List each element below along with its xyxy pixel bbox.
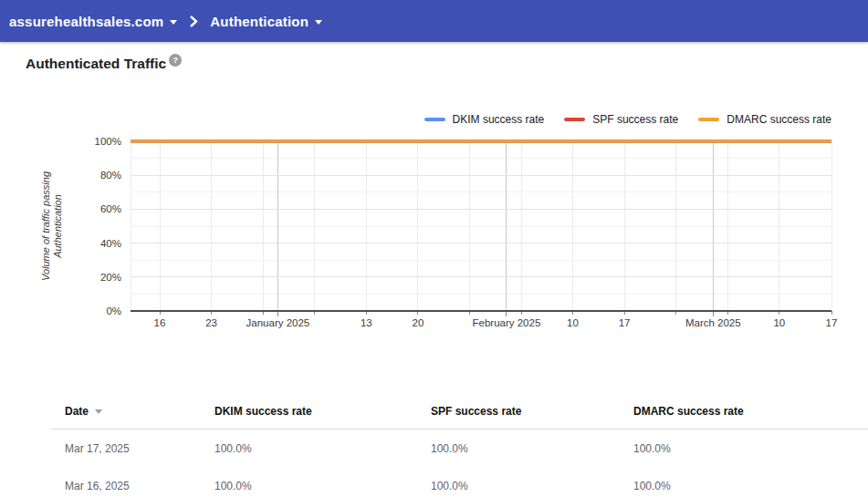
table-row: Mar 16, 2025100.0%100.0%100.0% xyxy=(51,467,868,497)
svg-text:23: 23 xyxy=(205,317,217,328)
title-row: Authenticated Traffic ? xyxy=(26,56,182,72)
auth-rate-table: DateDKIM success rateSPF success rateDMA… xyxy=(51,393,868,497)
svg-text:20: 20 xyxy=(413,317,424,328)
svg-text:10: 10 xyxy=(773,317,785,328)
help-icon[interactable]: ? xyxy=(169,54,182,67)
table-cell: 100.0% xyxy=(633,442,868,455)
svg-text:40%: 40% xyxy=(100,238,121,249)
svg-text:80%: 80% xyxy=(100,170,121,181)
table-cell: 100.0% xyxy=(633,480,868,492)
chevron-right-icon xyxy=(189,15,198,28)
table-header-label: DKIM success rate xyxy=(214,405,312,418)
app-header-bar: assurehealthsales.com Authentication xyxy=(0,0,868,42)
table-cell: Mar 16, 2025 xyxy=(65,480,214,492)
table-header-label: SPF success rate xyxy=(431,405,521,418)
table-header-label: Date xyxy=(65,405,89,418)
svg-text:60%: 60% xyxy=(100,203,121,214)
domain-selector-label: assurehealthsales.com xyxy=(9,14,163,29)
chevron-down-icon xyxy=(315,20,322,25)
svg-text:10: 10 xyxy=(567,317,579,328)
table-cell: 100.0% xyxy=(431,480,633,492)
svg-text:March 2025: March 2025 xyxy=(685,317,741,328)
svg-text:13: 13 xyxy=(361,317,372,328)
svg-text:16: 16 xyxy=(154,317,166,328)
chart-plot-area[interactable]: 1623January 20251320February 20251017Mar… xyxy=(0,98,868,341)
svg-text:17: 17 xyxy=(619,317,631,328)
svg-text:0%: 0% xyxy=(106,305,121,316)
sort-desc-icon xyxy=(95,409,102,414)
section-selector[interactable]: Authentication xyxy=(210,14,322,29)
table-header-cell: DMARC success rate xyxy=(633,405,868,418)
table-header-cell: SPF success rate xyxy=(431,405,633,418)
svg-text:February 2025: February 2025 xyxy=(473,317,541,328)
table-header-cell: DKIM success rate xyxy=(214,405,431,418)
table-cell: 100.0% xyxy=(431,442,633,455)
table-cell: 100.0% xyxy=(214,480,431,492)
postmaster-page: assurehealthsales.com Authentication Aut… xyxy=(0,0,868,497)
section-selector-label: Authentication xyxy=(210,14,309,29)
svg-text:17: 17 xyxy=(826,317,838,328)
svg-text:100%: 100% xyxy=(95,136,121,147)
page-title: Authenticated Traffic xyxy=(26,56,166,72)
table-body: Mar 17, 2025100.0%100.0%100.0%Mar 16, 20… xyxy=(51,430,868,497)
table-header-cell[interactable]: Date xyxy=(65,405,214,418)
svg-text:20%: 20% xyxy=(100,272,121,283)
table-header-row: DateDKIM success rateSPF success rateDMA… xyxy=(51,393,868,430)
svg-text:January 2025: January 2025 xyxy=(246,317,310,328)
table-header-label: DMARC success rate xyxy=(633,405,744,418)
chevron-down-icon xyxy=(170,20,177,25)
table-cell: 100.0% xyxy=(214,442,431,455)
domain-selector[interactable]: assurehealthsales.com xyxy=(9,14,177,29)
table-cell: Mar 17, 2025 xyxy=(65,442,214,455)
table-row: Mar 17, 2025100.0%100.0%100.0% xyxy=(51,430,868,467)
